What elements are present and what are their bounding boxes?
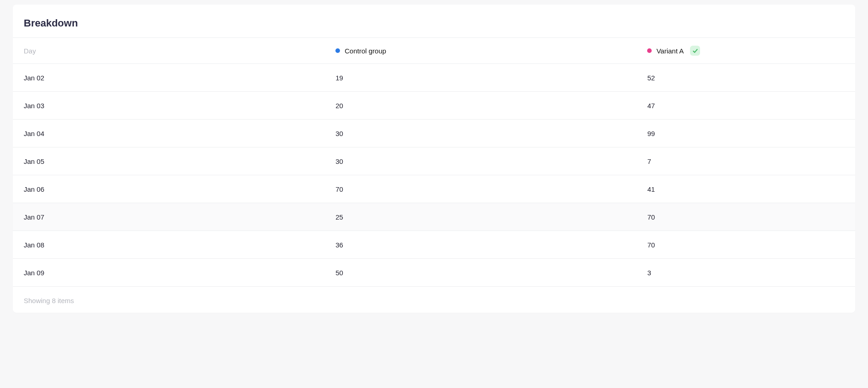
table-body: Jan 021952Jan 032047Jan 043099Jan 05307J… — [13, 64, 855, 287]
cell-day: Jan 03 — [24, 102, 335, 110]
table-row[interactable]: Jan 083670 — [13, 231, 855, 259]
breakdown-table: Day Control group Variant A Jan 021952Ja… — [13, 37, 855, 287]
table-row[interactable]: Jan 09503 — [13, 259, 855, 287]
series-dot-icon — [335, 48, 340, 53]
cell-control: 30 — [335, 157, 647, 165]
cell-variant-a: 99 — [647, 130, 844, 137]
winner-badge — [690, 46, 700, 56]
breakdown-card: Breakdown Day Control group Variant A Ja… — [13, 5, 855, 313]
cell-control: 30 — [335, 130, 647, 137]
column-header-variant-a-label: Variant A — [656, 47, 684, 55]
column-header-control[interactable]: Control group — [335, 47, 647, 55]
check-icon — [692, 48, 698, 54]
series-dot-icon — [647, 48, 652, 53]
cell-control: 36 — [335, 241, 647, 249]
cell-day: Jan 04 — [24, 130, 335, 137]
cell-day: Jan 09 — [24, 269, 335, 277]
cell-variant-a: 3 — [647, 269, 844, 277]
cell-variant-a: 52 — [647, 74, 844, 82]
table-row[interactable]: Jan 072570 — [13, 203, 855, 231]
table-row[interactable]: Jan 067041 — [13, 175, 855, 203]
page: Breakdown Day Control group Variant A Ja… — [0, 0, 868, 313]
card-title: Breakdown — [24, 17, 844, 29]
cell-variant-a: 41 — [647, 185, 844, 193]
table-row[interactable]: Jan 032047 — [13, 92, 855, 120]
cell-control: 25 — [335, 213, 647, 221]
cell-variant-a: 70 — [647, 213, 844, 221]
column-header-control-label: Control group — [345, 47, 386, 55]
table-row[interactable]: Jan 043099 — [13, 120, 855, 147]
cell-day: Jan 07 — [24, 213, 335, 221]
cell-control: 70 — [335, 185, 647, 193]
cell-day: Jan 05 — [24, 157, 335, 165]
cell-control: 50 — [335, 269, 647, 277]
cell-control: 20 — [335, 102, 647, 110]
column-header-variant-a[interactable]: Variant A — [647, 46, 844, 56]
cell-variant-a: 7 — [647, 157, 844, 165]
column-header-day[interactable]: Day — [24, 47, 335, 55]
cell-day: Jan 06 — [24, 185, 335, 193]
table-row[interactable]: Jan 021952 — [13, 64, 855, 92]
cell-variant-a: 70 — [647, 241, 844, 249]
table-row[interactable]: Jan 05307 — [13, 147, 855, 175]
cell-control: 19 — [335, 74, 647, 82]
cell-day: Jan 02 — [24, 74, 335, 82]
card-header: Breakdown — [13, 5, 855, 37]
cell-variant-a: 47 — [647, 102, 844, 110]
table-header-row: Day Control group Variant A — [13, 37, 855, 64]
cell-day: Jan 08 — [24, 241, 335, 249]
table-footer: Showing 8 items — [13, 287, 855, 308]
